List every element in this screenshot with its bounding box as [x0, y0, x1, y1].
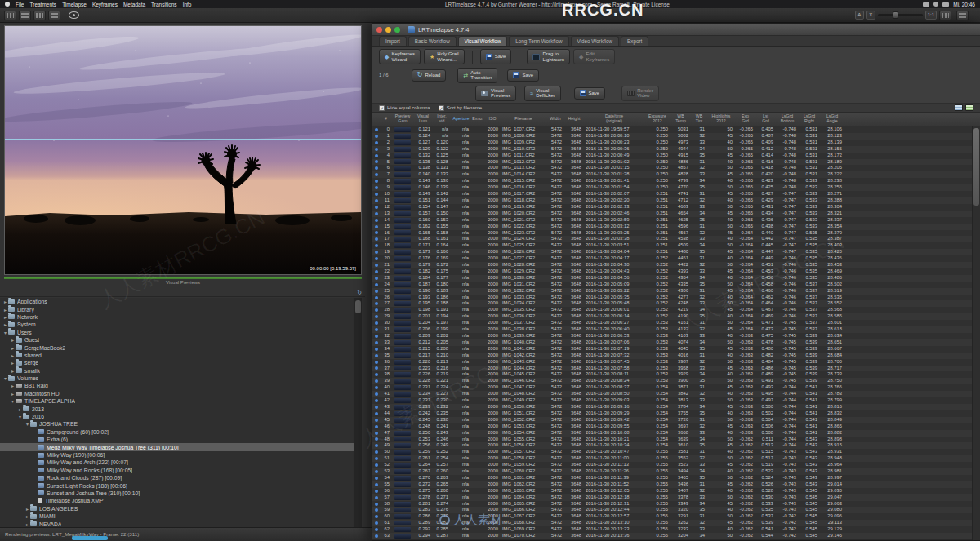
table-scrollbar[interactable]: [972, 126, 980, 540]
edit-keyframes-button[interactable]: ◆Edit Keyframes: [573, 49, 615, 64]
visibility-eye-icon[interactable]: [69, 11, 79, 19]
visual-deflicker-button[interactable]: ≈Visual Deflicker: [524, 86, 560, 101]
column-header[interactable]: Preview Gam: [392, 113, 413, 126]
holy-grail-wizard-button[interactable]: ★Holy Grail Wizard...: [424, 49, 465, 64]
column-header[interactable]: Visual Lum: [413, 113, 433, 126]
chevron-right-icon[interactable]: ▸: [10, 353, 16, 358]
table-row[interactable]: 560.2750.268n/a2000IMG_1063.CR2547236482…: [372, 488, 972, 494]
tree-scrollbar-thumb[interactable]: [355, 300, 361, 313]
spreadsheet-icon[interactable]: [955, 104, 963, 111]
chevron-down-icon[interactable]: ▾: [10, 398, 16, 404]
refresh-icon[interactable]: ↻: [357, 290, 362, 296]
menu-item-transitions[interactable]: Transitions: [151, 2, 177, 7]
table-row[interactable]: 260.1930.186n/a2000IMG_1033.CR2547236482…: [372, 295, 972, 301]
column-header[interactable]: ISO: [484, 113, 501, 126]
hide-equal-columns-checkbox[interactable]: ✓ Hide equal columns: [379, 105, 430, 111]
table-row[interactable]: 110.1510.144n/a2000IMG_1018.CR2547236482…: [372, 197, 972, 204]
table-row[interactable]: 70.1400.133n/a2000IMG_1014.CR25472364820…: [372, 171, 972, 178]
tree-item[interactable]: ▸Applications: [0, 298, 354, 305]
table-row[interactable]: 350.2170.210n/a2000IMG_1042.CR2547236482…: [372, 353, 972, 359]
tree-item[interactable]: ▸Network: [0, 313, 354, 321]
table-row[interactable]: 530.2670.260n/a2000IMG_1060.CR2547236482…: [372, 468, 972, 475]
tab-visual-workflow[interactable]: Visual Workflow: [458, 36, 508, 46]
table-row[interactable]: 170.1680.161n/a2000IMG_1024.CR2547236482…: [372, 236, 972, 242]
table-row[interactable]: 00.121n/an/a2000IMG_1007.CR2547236482016…: [372, 126, 972, 133]
layout-grid-icon[interactable]: [4, 11, 16, 20]
wifi-icon[interactable]: [923, 2, 929, 7]
tree-scrollbar[interactable]: [354, 298, 362, 527]
table-row[interactable]: 140.1600.153n/a2000IMG_1021.CR2547236482…: [372, 217, 972, 224]
tree-item[interactable]: Sunset and Joshua Tree (310) [00:10]: [0, 490, 354, 497]
tree-item[interactable]: Extra (6): [0, 436, 354, 443]
table-row[interactable]: 400.2310.224n/a2000IMG_1047.CR2547236482…: [372, 384, 972, 391]
table-row[interactable]: 540.2700.263n/a2000IMG_1061.CR2547236482…: [372, 475, 972, 481]
tree-item[interactable]: ▸shared: [0, 352, 354, 359]
table-row[interactable]: 520.2640.257n/a2000IMG_1059.CR2547236482…: [372, 462, 972, 468]
tree-item[interactable]: ▸LOS ANGELES: [0, 505, 354, 512]
table-row[interactable]: 440.2420.235n/a2000IMG_1051.CR2547236482…: [372, 410, 972, 417]
chevron-right-icon[interactable]: ▸: [10, 360, 16, 366]
table-row[interactable]: 80.1430.136n/a2000IMG_1015.CR25472364820…: [372, 178, 972, 184]
table-row[interactable]: 280.1980.191n/a2000IMG_1035.CR2547236482…: [372, 307, 972, 313]
table-row[interactable]: 500.2590.252n/a2000IMG_1057.CR2547236482…: [372, 449, 972, 455]
menu-item-timelapse[interactable]: Timelapse: [62, 2, 87, 7]
column-header[interactable]: Aperture: [451, 113, 471, 126]
column-header[interactable]: Filename: [501, 113, 546, 126]
tree-item[interactable]: ▾Users: [0, 329, 354, 336]
table-row[interactable]: 450.2450.238n/a2000IMG_1052.CR2547236482…: [372, 417, 972, 423]
chevron-down-icon[interactable]: ▾: [24, 421, 30, 427]
table-row[interactable]: 390.2280.221n/a2000IMG_1046.CR2547236482…: [372, 378, 972, 384]
menu-item-file[interactable]: File: [16, 2, 24, 7]
table-scrollbar-thumb[interactable]: [973, 128, 979, 206]
column-header[interactable]: WB Tint: [691, 113, 707, 126]
table-row[interactable]: 480.2530.246n/a2000IMG_1055.CR2547236482…: [372, 437, 972, 443]
tree-item[interactable]: ▸smalik: [0, 367, 354, 375]
tab-import[interactable]: Import: [379, 36, 407, 46]
tree-item[interactable]: ▸MIAMI: [0, 512, 354, 520]
table-row[interactable]: 320.2090.202n/a2000IMG_1039.CR2547236482…: [372, 333, 972, 339]
table-row[interactable]: 460.2480.241n/a2000IMG_1053.CR2547236482…: [372, 423, 972, 430]
table-row[interactable]: 380.2260.219n/a2000IMG_1045.CR2547236482…: [372, 371, 972, 378]
tree-item[interactable]: ▸NEVADA: [0, 520, 354, 527]
bluetooth-icon[interactable]: [933, 2, 938, 7]
column-header[interactable]: Exposure 2012: [644, 113, 670, 126]
table-row[interactable]: 20.1270.120n/a2000IMG_1009.CR25472364820…: [372, 140, 972, 146]
menu-item-keyframes[interactable]: Keyframes: [92, 2, 118, 7]
column-header[interactable]: Lst Grd: [755, 113, 776, 126]
column-header[interactable]: LsGrd Right: [799, 113, 820, 126]
close-icon[interactable]: [376, 27, 382, 33]
table-row[interactable]: 580.2810.274n/a2000IMG_1065.CR2547236482…: [372, 501, 972, 508]
tab-basic-workflow[interactable]: Basic Workflow: [408, 36, 457, 46]
chevron-down-icon[interactable]: ▾: [2, 375, 8, 381]
tree-item[interactable]: Sunset Light Rocks (188) [00:06]: [0, 481, 354, 489]
table-row[interactable]: 130.1570.150n/a2000IMG_1020.CR2547236482…: [372, 211, 972, 217]
column-header[interactable]: WB Temp: [670, 113, 691, 126]
table-row[interactable]: 210.1790.172n/a2000IMG_1028.CR2547236482…: [372, 262, 972, 268]
table-row[interactable]: 470.2500.243n/a2000IMG_1054.CR2547236482…: [372, 430, 972, 437]
table-row[interactable]: 310.2060.199n/a2000IMG_1038.CR2547236482…: [372, 326, 972, 333]
table-row[interactable]: 420.2370.230n/a2000IMG_1049.CR2547236482…: [372, 397, 972, 404]
tree-item[interactable]: ▸SergeMacBook2: [0, 344, 354, 351]
table-row[interactable]: 230.1840.177n/a2000IMG_1030.CR2547236482…: [372, 275, 972, 282]
table-row[interactable]: 100.1490.142n/a2000IMG_1017.CR2547236482…: [372, 191, 972, 197]
column-header[interactable]: Width: [546, 113, 564, 126]
tree-item[interactable]: ▾TIMELAPSE ALPHA: [0, 397, 354, 405]
table-row[interactable]: 410.2340.227n/a2000IMG_1048.CR2547236482…: [372, 391, 972, 397]
chevron-right-icon[interactable]: ▸: [10, 391, 16, 397]
chevron-right-icon[interactable]: ▸: [10, 368, 16, 374]
tab-long-term-workflow[interactable]: Long Term Workflow: [509, 36, 568, 46]
column-header[interactable]: LsGrd Angle: [820, 113, 844, 126]
table-row[interactable]: 240.1870.180n/a2000IMG_1031.CR2547236482…: [372, 282, 972, 288]
tree-item[interactable]: ▸System: [0, 321, 354, 328]
column-header[interactable]: LsGrd Bottom: [776, 113, 799, 126]
menu-item-info[interactable]: Info: [183, 2, 192, 7]
keyframes-wizard-button[interactable]: ◆Keyframes Wizard: [379, 49, 421, 64]
fullscreen-icon[interactable]: [956, 11, 969, 20]
filmstrip-icon[interactable]: [939, 11, 951, 20]
table-row[interactable]: 360.2200.213n/a2000IMG_1043.CR2547236482…: [372, 359, 972, 366]
table-row[interactable]: 10.124n/an/a2000IMG_1008.CR2547236482016…: [372, 133, 972, 140]
chevron-down-icon[interactable]: ▾: [2, 330, 8, 335]
reload-button[interactable]: ↻Reload: [412, 69, 447, 82]
menubar-clock[interactable]: Mi. 20:46: [953, 2, 975, 7]
menu-item-metadata[interactable]: Metadata: [123, 2, 145, 7]
